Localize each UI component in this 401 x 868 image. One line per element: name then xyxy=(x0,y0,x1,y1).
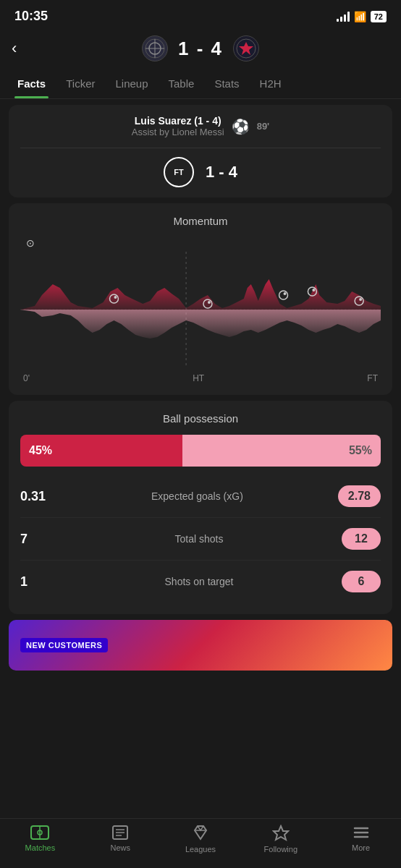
momentum-chart xyxy=(20,252,381,367)
bottom-nav: Matches News Leagues Following xyxy=(0,818,401,868)
soccer-ball-icon: ⚽ xyxy=(232,118,250,135)
stat-shots-away: 12 xyxy=(342,528,381,550)
momentum-card: Momentum ⊙ xyxy=(9,203,392,395)
leagues-icon xyxy=(192,825,209,842)
stat-xg-label: Expected goals (xG) xyxy=(56,490,338,502)
nav-item-matches[interactable]: Matches xyxy=(0,825,80,854)
svg-point-13 xyxy=(284,292,287,295)
stat-row-sot: 1 Shots on target 6 xyxy=(20,561,381,603)
news-icon xyxy=(111,825,129,841)
back-button[interactable]: ‹ xyxy=(12,39,17,58)
ft-score: 1 - 4 xyxy=(206,163,237,182)
nav-item-following[interactable]: Following xyxy=(240,825,321,854)
home-team-badge xyxy=(142,35,168,61)
possession-home: 45% xyxy=(20,435,182,467)
stat-row-shots: 7 Total shots 12 xyxy=(20,518,381,561)
stat-shots-home: 7 xyxy=(20,532,56,547)
svg-point-15 xyxy=(312,289,315,292)
possession-bar: 45% 55% xyxy=(20,435,381,467)
home-team-logo xyxy=(145,38,165,59)
tab-ticker[interactable]: Ticker xyxy=(56,69,105,98)
stat-xg-away: 2.78 xyxy=(338,485,381,507)
score-display: 1 - 4 xyxy=(178,38,223,60)
status-bar: 10:35 📶 72 xyxy=(0,0,401,28)
wifi-icon: 📶 xyxy=(354,11,366,22)
tab-table[interactable]: Table xyxy=(159,69,205,98)
battery-indicator: 72 xyxy=(371,11,387,22)
ft-row: FT 1 - 4 xyxy=(20,148,381,187)
tab-stats[interactable]: Stats xyxy=(204,69,249,98)
matches-icon xyxy=(30,825,50,841)
event-row: Luis Suarez (1 - 4) Assist by Lionel Mes… xyxy=(20,115,381,137)
nav-label-news: News xyxy=(110,843,130,852)
nav-label-leagues: Leagues xyxy=(185,845,216,854)
chart-label-start: 0' xyxy=(23,373,30,383)
assist-text: Assist by Lionel Messi xyxy=(132,127,224,137)
possession-away: 55% xyxy=(182,435,381,467)
away-team-logo xyxy=(236,38,256,59)
away-team-badge xyxy=(233,35,259,61)
possession-title: Ball possession xyxy=(20,412,381,425)
goal-marker-icon: ⊙ xyxy=(26,237,35,249)
ad-label: NEW CUSTOMERS xyxy=(20,638,108,652)
stat-shots-label: Total shots xyxy=(56,533,342,545)
chart-label-ht: HT xyxy=(193,373,204,383)
svg-point-17 xyxy=(359,298,362,301)
stat-xg-home: 0.31 xyxy=(20,489,56,504)
svg-point-12 xyxy=(279,291,288,299)
signal-icon xyxy=(337,12,350,22)
chart-label-ft: FT xyxy=(367,373,378,383)
tab-bar: Facts Ticker Lineup Table Stats H2H xyxy=(0,69,401,99)
nav-item-leagues[interactable]: Leagues xyxy=(161,825,241,854)
status-time: 10:35 xyxy=(14,9,48,24)
momentum-title: Momentum xyxy=(20,215,381,227)
tab-h2h[interactable]: H2H xyxy=(250,69,292,98)
stat-row-xg: 0.31 Expected goals (xG) 2.78 xyxy=(20,475,381,518)
nav-label-matches: Matches xyxy=(25,843,56,852)
svg-marker-26 xyxy=(274,826,288,840)
nav-item-news[interactable]: News xyxy=(80,825,161,854)
ad-banner[interactable]: NEW CUSTOMERS xyxy=(9,620,392,671)
more-icon xyxy=(353,825,370,841)
possession-card: Ball possession 45% 55% 0.31 Expected go… xyxy=(9,401,392,614)
event-text: Luis Suarez (1 - 4) Assist by Lionel Mes… xyxy=(132,115,224,137)
stat-sot-label: Shots on target xyxy=(56,576,342,587)
chart-labels: 0' HT FT xyxy=(20,373,381,383)
tab-lineup[interactable]: Lineup xyxy=(105,69,158,98)
nav-label-following: Following xyxy=(264,845,297,854)
scorer-text: Luis Suarez (1 - 4) xyxy=(132,115,224,127)
stat-sot-home: 1 xyxy=(20,574,56,590)
tab-facts[interactable]: Facts xyxy=(7,69,56,98)
ft-badge: FT xyxy=(164,157,194,187)
following-icon xyxy=(272,825,290,842)
nav-item-more[interactable]: More xyxy=(321,825,401,854)
stat-sot-away: 6 xyxy=(342,571,381,592)
status-icons: 📶 72 xyxy=(337,11,387,22)
svg-point-11 xyxy=(208,301,211,304)
event-time: 89' xyxy=(257,121,270,132)
nav-label-more: More xyxy=(352,843,370,852)
match-header: ‹ 1 - 4 xyxy=(0,28,401,69)
svg-point-9 xyxy=(114,296,117,299)
events-card: Luis Suarez (1 - 4) Assist by Lionel Mes… xyxy=(9,105,392,197)
match-score: 1 - 4 xyxy=(142,35,259,61)
